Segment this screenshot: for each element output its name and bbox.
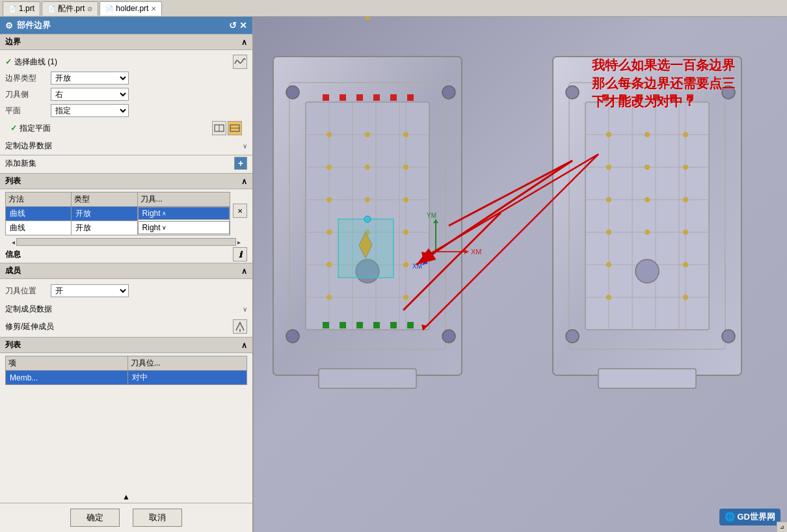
svg-point-45 [365, 17, 370, 20]
svg-point-50 [403, 262, 408, 267]
svg-point-86 [606, 295, 611, 300]
svg-rect-77 [636, 94, 643, 101]
tool-side-row: 刀具侧 右 左 对中 [5, 87, 247, 101]
svg-rect-27 [390, 94, 397, 101]
tab-bar: 📄 1.prt 📄 配件.prt ⊘ 📄 holder.prt ✕ [0, 0, 787, 17]
info-btn[interactable]: ℹ [233, 247, 247, 261]
scroll-left-arrow[interactable]: ◂ [10, 239, 16, 246]
boundary-collapse-icon[interactable]: ∧ [241, 38, 247, 47]
col-scroll-up[interactable]: ∧ [162, 210, 167, 217]
watermark-icon: 🌐 [725, 512, 735, 522]
cell-method-1: 曲线 [6, 207, 72, 221]
boundary-type-row: 边界类型 开放 封闭 [5, 71, 247, 85]
bottom-buttons: 确定 取消 [0, 503, 252, 532]
right-panel: XM YM XM [254, 17, 787, 532]
custom-member-label: 定制成员数据 [5, 304, 52, 315]
tool-pos-select[interactable]: 开 关 [51, 284, 129, 297]
plane-row: 平面 指定 自动 [5, 103, 247, 118]
svg-rect-23 [323, 94, 329, 101]
svg-point-49 [403, 230, 408, 235]
cancel-button[interactable]: 取消 [133, 509, 182, 527]
plane-btn-2[interactable] [228, 121, 242, 135]
plane-select[interactable]: 指定 自动 [51, 104, 129, 117]
svg-point-21 [442, 330, 455, 343]
tab-close-holder[interactable]: ✕ [151, 5, 156, 12]
svg-point-74 [635, 259, 659, 283]
trim-extend-label: 修剪/延伸成员 [5, 321, 54, 332]
member-list-label: 列表 [5, 339, 21, 351]
specified-plane-check: ✓ [10, 124, 17, 133]
svg-rect-79 [670, 94, 676, 101]
custom-member-row: 定制成员数据 ∨ [0, 302, 252, 316]
ok-button[interactable]: 确定 [70, 509, 120, 527]
member-table-row[interactable]: Memb... 对中 [6, 371, 247, 385]
scroll-bar[interactable] [16, 238, 236, 246]
table-row[interactable]: 曲线 开放 Right ∧ [6, 207, 230, 221]
delete-row-btn[interactable]: ✕ [233, 204, 247, 218]
svg-point-71 [722, 86, 735, 99]
boundary-label: 边界 [5, 36, 21, 47]
svg-point-94 [683, 230, 688, 235]
member-list-collapse-icon[interactable]: ∧ [241, 341, 247, 350]
tab-icon-1prt: 📄 [8, 5, 16, 12]
add-new-set-btn[interactable]: + [234, 157, 247, 170]
add-new-set-row: 添加新集 + [0, 155, 252, 171]
svg-rect-30 [340, 322, 346, 328]
tab-holder[interactable]: 📄 holder.prt ✕ [100, 1, 162, 16]
info-row: 信息 ℹ [0, 246, 252, 263]
tab-close-peijian[interactable]: ⊘ [87, 5, 92, 12]
member-collapse-icon[interactable]: ∧ [241, 267, 247, 276]
panel-title: 部件边界 [17, 20, 51, 31]
tool-pos-value: 开 关 [51, 284, 247, 297]
member-label: 成员 [5, 265, 21, 276]
svg-rect-31 [356, 322, 363, 328]
svg-point-91 [683, 132, 688, 137]
member-col-toolpos: 刀具位... [127, 356, 247, 371]
svg-point-93 [683, 197, 688, 202]
svg-point-95 [683, 262, 688, 267]
horiz-scroll: ◂ ▸ [5, 238, 247, 246]
main-content: ⚙ 部件边界 ↺ ✕ 边界 ∧ ✓ 选择曲线 (1) [0, 17, 787, 532]
custom-boundary-row: 定制边界数据 ∨ [0, 139, 252, 153]
reset-icon[interactable]: ↺ [229, 20, 237, 31]
svg-point-46 [403, 132, 408, 137]
specified-plane-label: 指定平面 [20, 123, 51, 134]
resize-handle[interactable]: ⊿ [777, 522, 787, 532]
close-icon[interactable]: ✕ [239, 20, 247, 31]
svg-point-19 [442, 86, 455, 99]
svg-rect-97 [598, 369, 696, 388]
plane-label: 平面 [5, 105, 51, 116]
custom-member-dropdown[interactable]: ∨ [243, 306, 247, 313]
table-row[interactable]: 曲线 开放 Right ∨ [6, 221, 230, 235]
trim-extend-btn[interactable] [233, 319, 247, 334]
svg-rect-24 [340, 94, 346, 101]
up-arrow-icon[interactable]: ▲ [122, 492, 130, 501]
svg-rect-29 [323, 322, 329, 328]
svg-point-72 [566, 330, 579, 343]
boundary-type-select[interactable]: 开放 封闭 [51, 72, 129, 85]
curve-wave-btn[interactable] [233, 55, 247, 69]
select-curve-check: ✓ [5, 57, 12, 66]
scroll-right-arrow[interactable]: ▸ [236, 239, 242, 246]
svg-rect-26 [373, 94, 380, 101]
svg-point-54 [364, 216, 371, 222]
plane-btn-1[interactable] [212, 121, 226, 135]
tab-1prt[interactable]: 📄 1.prt [3, 1, 40, 16]
svg-point-39 [327, 262, 332, 267]
svg-point-51 [403, 295, 408, 300]
member-section-header: 成员 ∧ [0, 263, 252, 279]
svg-point-90 [645, 230, 650, 235]
member-col-item: 项 [6, 356, 128, 371]
cell-type-1: 开放 [72, 207, 137, 221]
panel-spacer [0, 388, 252, 491]
svg-point-85 [606, 262, 611, 267]
col-scroll-down[interactable]: ∨ [162, 224, 167, 231]
tab-peijian[interactable]: 📄 配件.prt ⊘ [42, 1, 98, 16]
list-collapse-icon[interactable]: ∧ [241, 177, 247, 186]
svg-point-20 [286, 330, 299, 343]
tab-label-1prt: 1.prt [19, 4, 34, 13]
cell-method-2: 曲线 [6, 221, 72, 235]
svg-rect-32 [373, 322, 380, 328]
tool-side-select[interactable]: 右 左 对中 [51, 88, 129, 101]
custom-boundary-dropdown[interactable]: ∨ [243, 142, 247, 150]
